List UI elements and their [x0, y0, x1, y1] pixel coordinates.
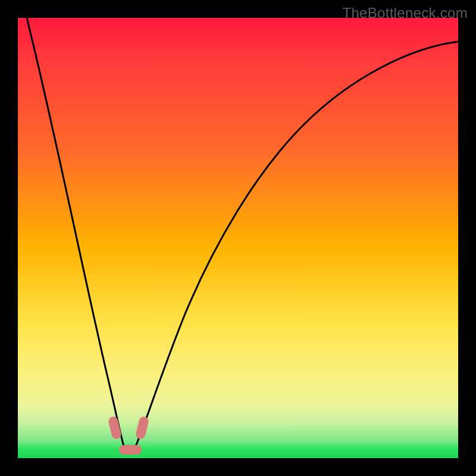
bottleneck-curve [27, 18, 458, 453]
plot-area [18, 18, 458, 458]
marker-bottom [119, 445, 142, 455]
curve-layer [18, 18, 458, 458]
marker-right [135, 416, 150, 440]
marker-group [108, 416, 150, 455]
chart-container: TheBottleneck.com [0, 0, 476, 476]
watermark-text: TheBottleneck.com [342, 5, 468, 21]
